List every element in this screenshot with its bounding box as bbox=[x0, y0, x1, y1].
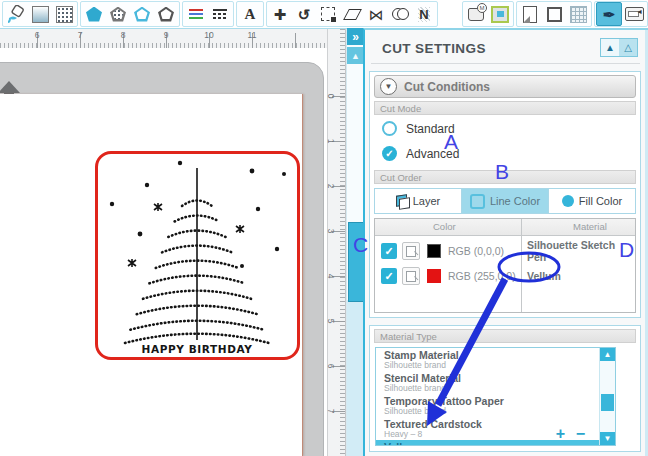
pentagon-outline-icon bbox=[134, 7, 150, 22]
material-item[interactable]: Stamp Material Silhouette brand bbox=[376, 348, 615, 371]
fill-pattern-button[interactable] bbox=[52, 3, 76, 25]
ruler-number: 9 bbox=[164, 30, 169, 40]
fill-color-icon bbox=[562, 195, 574, 207]
weld-button[interactable] bbox=[388, 3, 412, 25]
toolbar: A ✚ ↺ ⋈ N ✒ bbox=[0, 0, 648, 29]
remove-material-button[interactable]: − bbox=[576, 425, 585, 443]
registration-marks-icon bbox=[547, 7, 562, 22]
scale-icon bbox=[321, 7, 335, 21]
cut-mode-strip: Cut Mode bbox=[374, 101, 636, 115]
shear-button[interactable] bbox=[340, 3, 364, 25]
table-row[interactable]: ✓ RGB (255,0,0) Vellum bbox=[375, 264, 635, 288]
list-scroll-down-button[interactable]: ▼ bbox=[600, 432, 615, 445]
triangle-down-icon: ▼ bbox=[385, 82, 393, 91]
collapse-circle-button[interactable]: ▼ bbox=[380, 78, 397, 95]
annotation-c: C bbox=[353, 233, 368, 257]
ruler-number: 7 bbox=[78, 30, 83, 40]
dock-solid-button[interactable]: ▲ bbox=[601, 39, 619, 56]
color-swatch-black bbox=[427, 244, 441, 258]
toolbar-group-transform: ✚ ↺ ⋈ N bbox=[266, 1, 438, 27]
list-scrollbar-thumb[interactable] bbox=[601, 394, 614, 411]
annotation-b: B bbox=[495, 160, 509, 184]
engrave-n-icon: N bbox=[418, 7, 429, 22]
registration-marks-button[interactable] bbox=[542, 3, 566, 25]
material-list-scrollbar[interactable]: ▲ ▼ bbox=[599, 348, 615, 445]
fill-pour-button[interactable] bbox=[4, 3, 28, 25]
tab-line-color[interactable]: Line Color bbox=[461, 189, 548, 213]
column-header-material: Material bbox=[573, 221, 607, 232]
engrave-button[interactable]: N bbox=[412, 3, 436, 25]
move-button[interactable]: ✚ bbox=[268, 3, 292, 25]
blade-icon: ✒ bbox=[603, 7, 616, 22]
pause-between-button[interactable] bbox=[402, 267, 420, 285]
ruler-number: 1 bbox=[326, 139, 336, 144]
add-material-button[interactable]: + bbox=[556, 425, 565, 443]
ruler-number: 2 bbox=[326, 184, 336, 189]
page-settings-icon bbox=[523, 6, 537, 23]
scroll-up-button[interactable]: ▲ bbox=[347, 47, 364, 64]
color-swatch-red bbox=[427, 269, 441, 283]
material-item[interactable]: Temporary Tattoo Paper Silhouette brand bbox=[376, 394, 615, 417]
scrollbar-track[interactable] bbox=[347, 300, 364, 456]
shear-icon bbox=[343, 9, 362, 20]
material-item[interactable]: Stencil Material Silhouette brand bbox=[376, 371, 615, 394]
fill-pattern2-button[interactable] bbox=[106, 3, 130, 25]
table-row[interactable]: ✓ RGB (0,0,0) Silhouette Sketch Pen bbox=[375, 239, 635, 263]
scale-button[interactable] bbox=[316, 3, 340, 25]
pentagon-fill-icon bbox=[86, 7, 102, 22]
pattern-swatch-icon bbox=[56, 6, 73, 23]
stamp-button[interactable] bbox=[464, 3, 488, 25]
toolbar-group-page bbox=[516, 1, 592, 27]
grid-icon bbox=[570, 6, 587, 23]
page-glyph-icon bbox=[406, 271, 416, 282]
line-style-button[interactable] bbox=[208, 3, 232, 25]
checkbox-checked[interactable]: ✓ bbox=[381, 268, 397, 284]
checkbox-checked[interactable]: ✓ bbox=[381, 243, 397, 259]
panel-title: CUT SETTINGS bbox=[382, 41, 486, 56]
text-tool-icon: A bbox=[245, 7, 256, 22]
fill-color-button[interactable] bbox=[82, 3, 106, 25]
pentagon-pattern-icon bbox=[110, 7, 126, 22]
rotate-button[interactable]: ↺ bbox=[292, 3, 316, 25]
line-color-button[interactable] bbox=[184, 3, 208, 25]
triangle-up-icon: ▲ bbox=[351, 51, 360, 61]
send-to-silhouette-button[interactable] bbox=[622, 3, 646, 25]
fill-gradient-button[interactable] bbox=[28, 3, 52, 25]
toolbar-group-style bbox=[80, 1, 180, 27]
pause-between-button[interactable] bbox=[402, 242, 420, 260]
text-tool-button[interactable]: A bbox=[238, 3, 262, 25]
page-glyph-icon bbox=[406, 246, 416, 257]
design-object[interactable]: HAPPY BIRTHDAY bbox=[95, 151, 300, 360]
pixscan-icon bbox=[491, 6, 509, 23]
design-canvas[interactable]: HAPPY BIRTHDAY bbox=[0, 48, 327, 456]
ruler-number: 3 bbox=[326, 229, 336, 234]
grid-settings-button[interactable] bbox=[566, 3, 590, 25]
rotate-icon: ↺ bbox=[298, 7, 311, 22]
cut-conditions-header[interactable]: ▼ Cut Conditions bbox=[374, 75, 636, 98]
ruler-number: 4 bbox=[326, 274, 336, 279]
rgb-value: RGB (255,0,0) bbox=[448, 270, 516, 282]
color-material-table: Color Material ✓ RGB (0,0,0) Silhouette … bbox=[374, 218, 636, 313]
layer-icon bbox=[396, 195, 408, 207]
panel-expand-button[interactable]: » bbox=[347, 28, 364, 45]
triangle-up-icon: ▲ bbox=[604, 350, 612, 359]
ruler-number: 7 bbox=[326, 409, 336, 414]
cut-settings-panel: CUT SETTINGS ▲ △ ▼ Cut Conditions Cut Mo… bbox=[363, 28, 648, 456]
rgb-value: RGB (0,0,0) bbox=[448, 245, 504, 257]
line-color-tool-button[interactable] bbox=[130, 3, 154, 25]
dock-outline-button[interactable]: △ bbox=[619, 39, 637, 56]
weld-icon bbox=[392, 8, 408, 20]
tab-fill-color[interactable]: Fill Color bbox=[548, 189, 635, 213]
mirror-button[interactable]: ⋈ bbox=[364, 3, 388, 25]
list-scroll-up-button[interactable]: ▲ bbox=[600, 348, 615, 361]
page-settings-button[interactable] bbox=[518, 3, 542, 25]
mirror-icon: ⋈ bbox=[369, 7, 384, 22]
row-material: Vellum bbox=[527, 270, 561, 282]
pentagon-sketch-icon bbox=[158, 7, 174, 22]
chevrons-icon: » bbox=[352, 30, 359, 44]
sketch-style-button[interactable] bbox=[154, 3, 178, 25]
pixscan-button[interactable] bbox=[488, 3, 512, 25]
cut-settings-button[interactable]: ✒ bbox=[596, 2, 622, 26]
annotation-d: D bbox=[619, 238, 634, 262]
tab-layer[interactable]: Layer bbox=[375, 189, 461, 213]
